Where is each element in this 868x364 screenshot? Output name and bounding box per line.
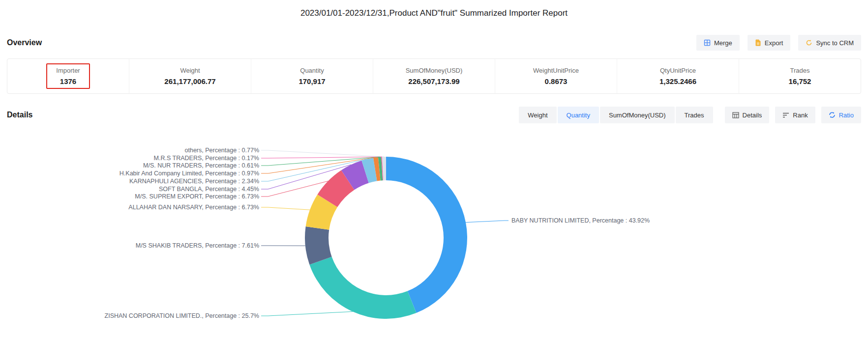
merge-button[interactable]: Merge <box>696 35 740 51</box>
stat-label: QtyUnitPrice <box>659 67 696 74</box>
metric-tabs: WeightQuantitySumOfMoney(USD)Trades <box>519 107 713 123</box>
pie-label-h-kabir-and-company-limited: H.Kabir And Company Limited, Percentage … <box>120 170 259 177</box>
view-buttons: DetailsRankRatio <box>725 107 861 123</box>
ratio-icon <box>829 112 836 118</box>
pie-label-karnaphuli-agencies: KARNAPHULI AGENCIES, Percentage : 2.34% <box>129 178 259 185</box>
stat-inner: Quantity170,917 <box>289 63 335 89</box>
button-label: Rank <box>793 112 808 119</box>
page: 2023/01/01-2023/12/31,Product AND"fruit"… <box>0 0 868 364</box>
stat-inner: SumOfMoney(USD)226,507,173.99 <box>396 63 473 89</box>
stat-inner: Weight261,177,006.77 <box>154 63 225 89</box>
export-icon <box>755 39 761 46</box>
pie-leader-allahar-dan-narsary <box>261 207 310 210</box>
stat-value: 0.8673 <box>533 77 579 85</box>
stat-label: Weight <box>164 67 215 74</box>
stat-value: 1,325.2466 <box>659 77 696 85</box>
ratio-pie-chart: others, Percentage : 0.77%M.R.S TRADERS,… <box>0 140 868 364</box>
tab-trades[interactable]: Trades <box>676 107 713 123</box>
overview-header: Overview MergeExportSync to CRM <box>7 35 861 51</box>
stat-label: Importer <box>56 67 80 74</box>
stat-inner: WeightUnitPrice0.8673 <box>523 63 589 89</box>
stat-importer[interactable]: Importer1376 <box>7 59 129 93</box>
stat-value: 226,507,173.99 <box>406 77 463 85</box>
stat-quantity[interactable]: Quantity170,917 <box>251 59 373 93</box>
pie-label-zishan-corporation-limited: ZISHAN CORPORATION LIMITED., Percentage … <box>105 312 259 319</box>
button-label: Merge <box>714 39 732 47</box>
details-controls: WeightQuantitySumOfMoney(USD)Trades Deta… <box>519 107 861 123</box>
stat-label: WeightUnitPrice <box>533 67 579 74</box>
button-label: Sync to CRM <box>816 39 854 47</box>
stat-label: Trades <box>789 67 811 74</box>
stat-value: 16,752 <box>789 77 811 85</box>
pie-leader-zishan-corporation-limited <box>261 311 353 316</box>
stat-inner: Trades16,752 <box>779 63 821 89</box>
merge-icon <box>704 39 711 46</box>
stat-label: Quantity <box>299 67 325 74</box>
pie-label-m-s-shakib-traders: M/S SHAKIB TRADERS, Percentage : 7.61% <box>136 242 259 249</box>
pie-label-allahar-dan-narsary: ALLAHAR DAN NARSARY, Percentage : 6.73% <box>128 204 259 211</box>
stat-qtyunitprice[interactable]: QtyUnitPrice1,325.2466 <box>617 59 739 93</box>
pie-label-m-r-s-traders: M.R.S TRADERS, Percentage : 0.17% <box>154 155 259 162</box>
tab-sumofmoney-usd[interactable]: SumOfMoney(USD) <box>600 107 675 123</box>
importer-highlight-box: Importer1376 <box>46 63 90 89</box>
button-label: Ratio <box>839 112 854 119</box>
stat-label: SumOfMoney(USD) <box>406 67 463 74</box>
tab-quantity[interactable]: Quantity <box>558 107 599 123</box>
stat-sumofmoney-usd[interactable]: SumOfMoney(USD)226,507,173.99 <box>373 59 495 93</box>
pie-leader-baby-nutrition-limited <box>466 221 509 223</box>
pie-label-soft-bangla: SOFT BANGLA, Percentage : 4.45% <box>159 186 259 193</box>
sync-to-crm-button[interactable]: Sync to CRM <box>798 35 861 51</box>
sync-icon <box>806 39 812 46</box>
stat-trades[interactable]: Trades16,752 <box>739 59 861 93</box>
pie-leader-others <box>261 150 384 157</box>
export-button[interactable]: Export <box>748 35 791 51</box>
pie-slice-zishan-corporation-limited[interactable] <box>309 257 416 319</box>
pie-label-m-s-nur-traders: M/S. NUR TRADERS, Percentage : 0.61% <box>143 162 259 169</box>
pie-label-baby-nutrition-limited: BABY NUTRITION LIMITED, Percentage : 43.… <box>511 217 650 224</box>
pie-label-others: others, Percentage : 0.77% <box>185 147 259 154</box>
report-title: 2023/01/01-2023/12/31,Product AND"fruit"… <box>0 0 868 18</box>
pie-label-m-s-suprem-export: M/S. SUPREM EXPORT, Percentage : 6.73% <box>135 193 259 200</box>
stat-value: 170,917 <box>299 77 325 85</box>
stat-weightunitprice[interactable]: WeightUnitPrice0.8673 <box>495 59 617 93</box>
details-heading: Details <box>7 111 32 119</box>
rank-icon <box>782 112 789 118</box>
ratio-button[interactable]: Ratio <box>821 107 861 123</box>
tab-weight[interactable]: Weight <box>519 107 556 123</box>
stat-weight[interactable]: Weight261,177,006.77 <box>129 59 251 93</box>
rank-button[interactable]: Rank <box>775 107 815 123</box>
pie-slice-baby-nutrition-limited[interactable] <box>386 157 467 313</box>
overview-stats-bar: Importer1376Weight261,177,006.77Quantity… <box>7 58 861 94</box>
stat-value: 1376 <box>56 77 80 85</box>
button-label: Details <box>743 112 762 119</box>
stat-inner: QtyUnitPrice1,325.2466 <box>650 63 706 89</box>
overview-heading: Overview <box>7 38 42 47</box>
details-header: Details WeightQuantitySumOfMoney(USD)Tra… <box>7 107 861 123</box>
overview-actions: MergeExportSync to CRM <box>696 35 861 51</box>
stat-value: 261,177,006.77 <box>164 77 215 85</box>
details-button[interactable]: Details <box>725 107 770 123</box>
details-icon <box>732 112 739 118</box>
button-label: Export <box>765 39 783 47</box>
